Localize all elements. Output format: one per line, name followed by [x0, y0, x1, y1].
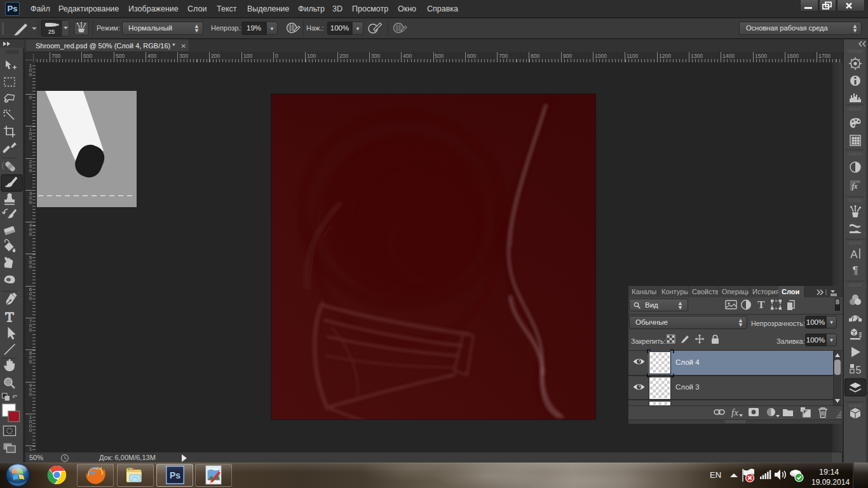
- svg-text:25: 25: [48, 28, 55, 35]
- svg-text:¶: ¶: [852, 264, 858, 276]
- svg-text:5: 5: [856, 365, 862, 376]
- svg-text:T: T: [757, 299, 765, 311]
- svg-text:A: A: [850, 248, 858, 261]
- svg-text:fx: fx: [852, 182, 858, 191]
- svg-text:T: T: [5, 309, 14, 325]
- svg-text:fx: fx: [731, 407, 738, 417]
- svg-text:Ps: Ps: [170, 470, 180, 480]
